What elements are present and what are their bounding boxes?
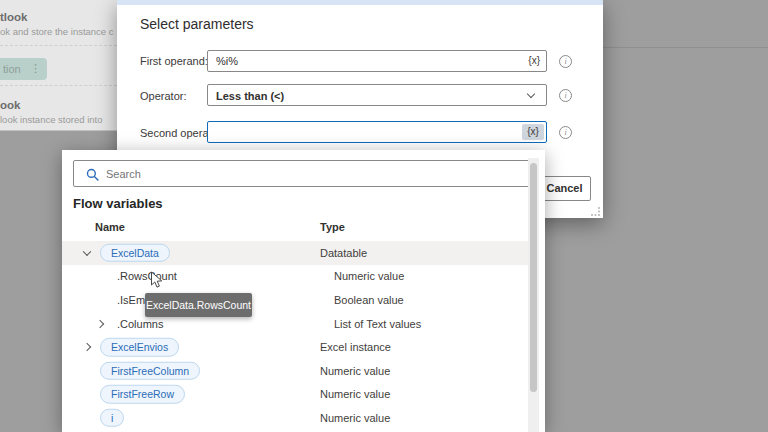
scrollbar[interactable] <box>528 158 539 432</box>
variable-row[interactable]: ExcelEnviosExcel instance <box>62 335 528 359</box>
background-flow-pane: tlook ok and store the instance c tion ⋮… <box>0 0 117 131</box>
operator-value: Less than (<) <box>216 90 284 102</box>
search-box[interactable] <box>73 160 531 187</box>
search-icon <box>86 168 100 182</box>
flow-action-title: ook <box>0 99 20 111</box>
info-icon[interactable]: i <box>559 55 572 68</box>
variable-pill[interactable]: FirstFreeColumn <box>100 362 200 381</box>
variable-pill[interactable]: FirstFreeRow <box>100 385 185 404</box>
variable-type: Datatable <box>320 247 367 259</box>
chevron-down-icon[interactable] <box>83 247 91 255</box>
variable-row[interactable]: .IsEmptyBoolean value <box>62 288 528 312</box>
mouse-cursor-icon <box>150 271 165 290</box>
variable-pill[interactable]: i <box>100 409 124 428</box>
chevron-right-icon[interactable] <box>83 343 91 351</box>
resize-grip-icon[interactable] <box>591 206 601 216</box>
variable-tooltip: ExcelData.RowsCount <box>145 293 252 317</box>
flow-divider <box>0 85 117 86</box>
flow-variables-heading: Flow variables <box>73 196 163 211</box>
variable-row[interactable]: ExcelDataDatatable <box>62 241 528 265</box>
scrollbar-thumb[interactable] <box>530 163 537 392</box>
operator-dropdown[interactable]: Less than (<) <box>207 84 547 106</box>
vertical-dots-icon[interactable]: ⋮ <box>30 62 41 75</box>
variable-row[interactable]: iNumeric value <box>62 406 528 430</box>
first-operand-value[interactable] <box>208 51 520 71</box>
variable-row[interactable]: .ColumnsList of Text values <box>62 312 528 336</box>
dialog-accent-bar <box>117 0 603 5</box>
variable-pill[interactable]: ExcelData <box>100 244 170 263</box>
selected-action-label: tion <box>3 63 21 75</box>
operator-label: Operator: <box>140 90 186 102</box>
variable-property-name[interactable]: .RowsCount <box>117 270 177 282</box>
first-operand-label: First operand: <box>140 55 208 67</box>
background-divider-line <box>603 47 768 48</box>
variable-row[interactable]: .RowsCountNumeric value <box>62 265 528 289</box>
column-header-name: Name <box>95 221 125 233</box>
first-operand-input[interactable]: {x} <box>207 50 547 72</box>
column-header-type: Type <box>320 221 345 233</box>
variable-type: Excel instance <box>320 341 391 353</box>
chevron-down-icon <box>527 90 535 98</box>
info-icon[interactable]: i <box>559 126 572 139</box>
variable-type: Numeric value <box>320 365 390 377</box>
variable-type: List of Text values <box>334 318 421 330</box>
variable-type: Numeric value <box>320 388 390 400</box>
second-operand-input[interactable]: {x} <box>207 121 547 143</box>
screen: tlook ok and store the instance c tion ⋮… <box>0 0 768 432</box>
variable-picker-popup: Flow variables Name Type ExcelDataDatata… <box>62 150 545 432</box>
dialog-title: Select parameters <box>140 16 254 32</box>
variable-type: Boolean value <box>334 294 404 306</box>
variable-rows: ExcelDataDatatable.RowsCountNumeric valu… <box>62 241 528 430</box>
search-input[interactable] <box>106 161 521 186</box>
fx-icon[interactable]: {x} <box>528 55 540 66</box>
flow-action-subtitle: ok and store the instance c <box>0 26 114 37</box>
variable-row[interactable]: FirstFreeColumnNumeric value <box>62 359 528 383</box>
variable-pill[interactable]: ExcelEnvios <box>100 338 179 357</box>
chevron-right-icon[interactable] <box>96 319 104 327</box>
flow-divider <box>0 45 117 46</box>
cancel-button[interactable]: Cancel <box>538 176 591 201</box>
variable-type: Numeric value <box>320 412 390 424</box>
second-operand-value[interactable] <box>208 122 520 142</box>
variable-type: Numeric value <box>334 270 404 282</box>
flow-action-title: tlook <box>0 11 27 23</box>
variable-property-name[interactable]: .Columns <box>117 318 163 330</box>
variable-row[interactable]: FirstFreeRowNumeric value <box>62 383 528 407</box>
flow-action-subtitle: look instance stored into <box>0 114 102 125</box>
selected-flow-action[interactable]: tion ⋮ <box>0 58 47 80</box>
info-icon[interactable]: i <box>559 89 572 102</box>
fx-icon[interactable]: {x} <box>522 124 544 140</box>
